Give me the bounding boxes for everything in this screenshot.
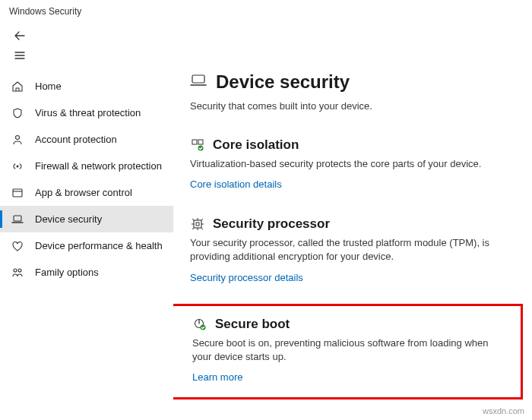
sidebar-item-home[interactable]: Home (0, 73, 173, 99)
svg-point-13 (201, 324, 206, 330)
power-check-icon (192, 317, 207, 332)
svg-point-9 (198, 146, 204, 151)
account-icon (11, 133, 24, 147)
sidebar-item-label: Home (35, 81, 62, 92)
sidebar-item-label: Device security (35, 213, 102, 225)
svg-rect-8 (198, 140, 203, 144)
sidebar-item-app-browser[interactable]: App & browser control (0, 179, 173, 206)
menu-button[interactable] (11, 46, 29, 65)
page-subheading: Security that comes built into your devi… (190, 100, 521, 112)
svg-point-0 (16, 135, 20, 139)
svg-point-4 (14, 269, 17, 272)
svg-rect-7 (192, 140, 197, 144)
security-processor-link[interactable]: Security processor details (190, 272, 303, 283)
sidebar-item-performance[interactable]: Device performance & health (0, 232, 173, 259)
svg-point-5 (18, 269, 21, 272)
section-title: Secure boot (215, 317, 290, 332)
sidebar-item-label: Family options (35, 267, 99, 278)
svg-rect-6 (192, 75, 204, 83)
security-processor-section: Security processor Your security process… (190, 216, 521, 283)
svg-rect-3 (14, 216, 21, 221)
family-icon (11, 266, 24, 279)
sidebar-item-account[interactable]: Account protection (0, 126, 173, 153)
svg-point-1 (17, 165, 19, 167)
sidebar-item-label: Virus & threat protection (35, 107, 141, 118)
section-desc: Virtualization-based security protects t… (190, 157, 521, 171)
sidebar-item-label: App & browser control (35, 187, 132, 198)
secure-boot-section: Secure boot Secure boot is on, preventin… (177, 317, 510, 384)
svg-rect-11 (196, 223, 199, 226)
sidebar: Home Virus & threat protection Account p… (0, 70, 173, 420)
chip-icon (190, 216, 205, 232)
window-title: Windows Security (9, 6, 81, 17)
device-icon (190, 72, 207, 92)
network-icon (11, 159, 24, 173)
svg-rect-10 (194, 220, 201, 228)
core-isolation-section: Core isolation Virtualization-based secu… (190, 137, 521, 191)
core-isolation-icon (190, 137, 205, 153)
core-isolation-link[interactable]: Core isolation details (190, 178, 282, 190)
health-icon (11, 239, 24, 253)
highlighted-region: Secure boot Secure boot is on, preventin… (173, 304, 523, 399)
sidebar-item-family[interactable]: Family options (0, 259, 173, 286)
watermark: wsxdn.com (483, 406, 524, 415)
hamburger-icon (14, 49, 26, 62)
top-nav (0, 23, 532, 70)
home-icon (11, 80, 24, 93)
window-titlebar: Windows Security (0, 0, 532, 23)
sidebar-item-label: Device performance & health (35, 240, 163, 251)
sidebar-item-virus[interactable]: Virus & threat protection (0, 99, 173, 126)
section-desc: Secure boot is on, preventing malicious … (192, 336, 510, 364)
sidebar-item-label: Account protection (35, 134, 117, 145)
section-desc: Your security processor, called the trus… (190, 236, 521, 264)
page-title: Device security (216, 71, 350, 93)
sidebar-item-device-security[interactable]: Device security (0, 206, 173, 232)
back-button[interactable] (11, 27, 29, 45)
sidebar-item-label: Firewall & network protection (35, 160, 162, 172)
back-arrow-icon (14, 30, 26, 42)
svg-rect-2 (13, 189, 22, 197)
main-content: Device security Security that comes buil… (173, 70, 532, 420)
section-title: Security processor (213, 216, 330, 232)
secure-boot-link[interactable]: Learn more (192, 371, 242, 383)
sidebar-item-firewall[interactable]: Firewall & network protection (0, 153, 173, 179)
shield-icon (11, 106, 24, 120)
laptop-icon (11, 213, 24, 226)
section-title: Core isolation (213, 137, 299, 153)
browser-icon (11, 186, 24, 200)
